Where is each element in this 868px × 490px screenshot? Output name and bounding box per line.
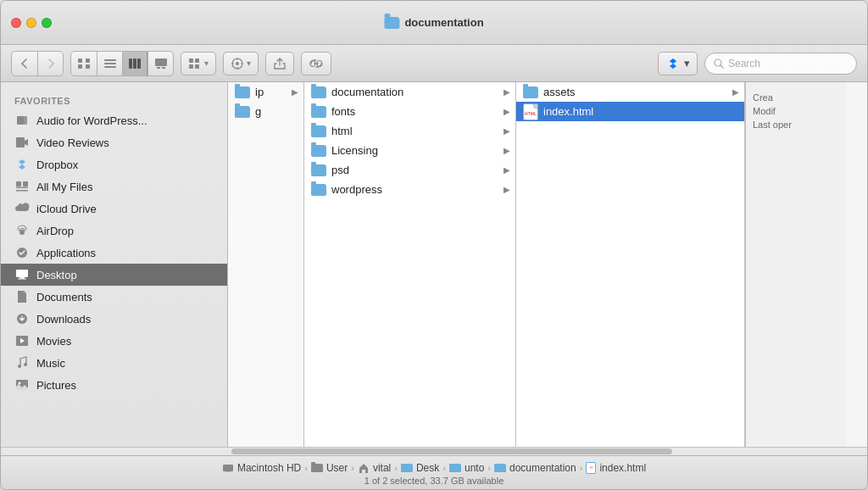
file-label: g <box>255 105 261 118</box>
documents-icon <box>14 289 30 304</box>
list-item[interactable]: documentation ▶ <box>304 82 515 102</box>
list-item[interactable]: html ▶ <box>304 121 515 141</box>
sidebar-label-music: Music <box>36 357 65 370</box>
list-item[interactable]: wordpress ▶ <box>304 180 515 199</box>
sidebar-item-icloud[interactable]: iCloud Drive <box>1 198 227 220</box>
airdrop-icon <box>14 223 30 238</box>
scrollbar-thumb[interactable] <box>231 448 672 454</box>
info-pane: Crea Modif Last oper <box>745 82 847 447</box>
link-button[interactable] <box>301 52 331 75</box>
list-item[interactable]: Licensing ▶ <box>304 141 515 160</box>
chevron-right-icon: ▶ <box>504 185 510 194</box>
folder-blue-icon <box>494 464 506 472</box>
svg-rect-5 <box>104 63 116 64</box>
svg-rect-33 <box>16 190 28 192</box>
search-box[interactable]: Search <box>704 53 857 75</box>
svg-rect-36 <box>16 270 28 277</box>
home-icon <box>358 462 370 474</box>
sidebar-item-pictures[interactable]: Pictures <box>1 374 227 396</box>
traffic-lights <box>11 18 52 28</box>
view-buttons <box>70 51 174 76</box>
folder-icon <box>311 106 326 118</box>
view-cover-button[interactable] <box>147 52 173 75</box>
file-label: psd <box>331 164 349 176</box>
list-item[interactable]: assets ▶ <box>516 82 744 102</box>
sidebar-item-documents[interactable]: Documents <box>1 286 227 308</box>
svg-point-41 <box>18 365 21 368</box>
file-label: html <box>331 125 353 137</box>
sidebar-item-allfiles[interactable]: All My Files <box>1 175 227 198</box>
view-column-button[interactable] <box>122 52 147 75</box>
svg-point-18 <box>236 62 239 65</box>
sidebar-item-applications[interactable]: Applications <box>1 242 227 264</box>
folder-icon <box>311 145 326 157</box>
breadcrumb-label-home: vital <box>373 462 391 474</box>
share-button[interactable] <box>265 52 294 75</box>
sidebar-item-desktop[interactable]: Desktop <box>1 264 227 286</box>
breadcrumb-label-documentation: documentation <box>509 462 576 474</box>
dropbox-button[interactable]: ▾ <box>658 52 698 75</box>
action-button[interactable]: ▾ <box>223 52 259 75</box>
audio-icon <box>14 113 30 128</box>
view-icon-button[interactable] <box>71 52 97 75</box>
list-item[interactable]: ip ▶ <box>228 82 303 102</box>
allfiles-icon <box>14 179 30 194</box>
sidebar-item-music[interactable]: Music <box>1 352 227 374</box>
breadcrumb-label-index: index.html <box>599 462 646 474</box>
folder-icon <box>235 86 250 98</box>
search-placeholder: Search <box>728 58 760 70</box>
sidebar-item-downloads[interactable]: Downloads <box>1 308 227 330</box>
list-item[interactable]: HTML index.html <box>516 102 744 121</box>
minimize-button[interactable] <box>26 18 36 28</box>
list-item[interactable]: psd ▶ <box>304 160 515 180</box>
sidebar-label-documents: Documents <box>36 291 92 303</box>
icloud-icon <box>14 201 30 216</box>
svg-rect-38 <box>18 279 26 280</box>
svg-rect-0 <box>78 58 82 63</box>
pictures-icon <box>14 377 30 393</box>
sidebar-item-audio[interactable]: Audio for WordPress... <box>1 109 227 131</box>
sidebar-item-dropbox[interactable]: Dropbox <box>1 153 227 175</box>
breadcrumb-item-desk[interactable]: Desk <box>401 462 439 474</box>
back-button[interactable] <box>12 52 37 75</box>
breadcrumb-item-machd[interactable]: Macintosh HD <box>222 462 301 474</box>
toolbar: ▾ ▾ <box>1 45 867 82</box>
breadcrumb-item-index[interactable]: H index.html <box>586 462 646 474</box>
svg-point-35 <box>17 248 27 258</box>
svg-rect-3 <box>86 64 90 69</box>
desktop-icon <box>14 267 30 282</box>
breadcrumb-sep: › <box>487 463 491 473</box>
applications-icon <box>14 245 30 260</box>
breadcrumb-item-home[interactable]: vital <box>358 462 391 474</box>
sidebar-label-desktop: Desktop <box>36 269 77 281</box>
list-item[interactable]: g <box>228 102 303 121</box>
breadcrumb-item-users[interactable]: User <box>311 462 348 474</box>
drive-icon <box>222 463 234 473</box>
close-button[interactable] <box>11 18 21 28</box>
svg-rect-7 <box>129 58 132 69</box>
svg-rect-32 <box>16 187 28 189</box>
view-more-button[interactable]: ▾ <box>181 52 216 75</box>
svg-rect-45 <box>223 465 233 471</box>
modified-label: Modif <box>753 106 840 116</box>
sidebar-item-video[interactable]: Video Reviews <box>1 131 227 153</box>
action-chevron: ▾ <box>247 58 251 68</box>
chevron-right-icon: ▶ <box>504 146 510 155</box>
sidebar-item-airdrop[interactable]: AirDrop <box>1 220 227 242</box>
breadcrumb-sep: › <box>351 463 354 473</box>
forward-button[interactable] <box>37 52 63 75</box>
chevron-right-icon: ▶ <box>504 126 510 136</box>
chevron-right-icon: ▶ <box>292 87 298 97</box>
sidebar-label-icloud: iCloud Drive <box>36 203 97 215</box>
maximize-button[interactable] <box>42 18 52 28</box>
sidebar-item-movies[interactable]: Movies <box>1 330 227 352</box>
sidebar-label-dropbox: Dropbox <box>36 159 78 171</box>
list-item[interactable]: fonts ▶ <box>304 102 515 121</box>
file-label: ip <box>255 86 264 98</box>
breadcrumb: Macintosh HD › User › vital › Desk <box>222 460 646 476</box>
html-icon: H <box>586 462 596 474</box>
breadcrumb-item-unto[interactable]: unto <box>449 462 484 474</box>
chevron-right-icon: ▶ <box>504 107 510 116</box>
breadcrumb-item-documentation[interactable]: documentation <box>494 462 576 474</box>
view-list-button[interactable] <box>97 52 122 75</box>
